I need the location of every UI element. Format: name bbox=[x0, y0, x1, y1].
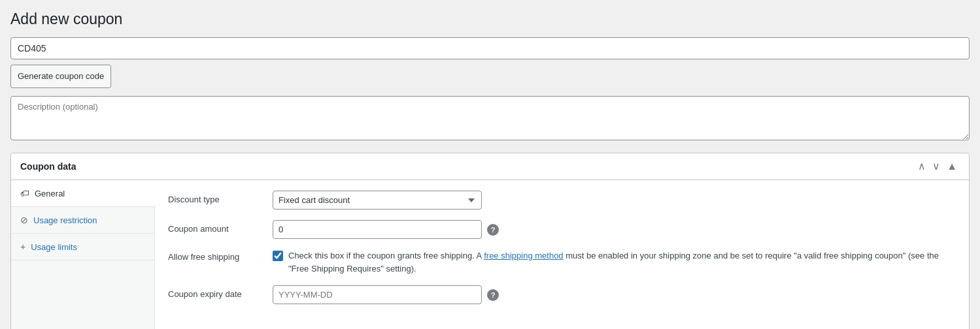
discount-type-field: Percentage discount Fixed cart discount … bbox=[273, 191, 956, 210]
panel-body: 🏷 General ⊘ Usage restriction + Usage li… bbox=[11, 180, 969, 329]
coupon-expiry-help-icon[interactable]: ? bbox=[487, 289, 499, 301]
coupon-expiry-label: Coupon expiry date bbox=[168, 285, 273, 299]
sidebar-item-usage-limits-label: Usage limits bbox=[31, 242, 77, 252]
coupon-expiry-field: ? bbox=[273, 285, 956, 304]
coupon-expiry-input[interactable] bbox=[273, 285, 482, 304]
discount-type-row: Discount type Percentage discount Fixed … bbox=[168, 191, 956, 210]
panel-up-button[interactable]: ∧ bbox=[915, 160, 928, 173]
discount-type-select[interactable]: Percentage discount Fixed cart discount … bbox=[273, 191, 482, 210]
sidebar-item-usage-limits[interactable]: + Usage limits bbox=[11, 234, 154, 260]
panel-controls: ∧ ∨ ▲ bbox=[915, 160, 960, 173]
coupon-data-panel: Coupon data ∧ ∨ ▲ 🏷 General ⊘ Usage rest… bbox=[10, 153, 970, 329]
coupon-amount-help-icon[interactable]: ? bbox=[487, 224, 499, 236]
coupon-expiry-row: Coupon expiry date ? bbox=[168, 285, 956, 304]
free-shipping-row: Allow free shipping Check this box if th… bbox=[168, 249, 956, 275]
collapse-icon: ▲ bbox=[947, 161, 957, 172]
free-shipping-method-link[interactable]: free shipping method bbox=[484, 251, 563, 260]
panel-title: Coupon data bbox=[20, 161, 76, 172]
coupon-amount-field: ? bbox=[273, 220, 956, 239]
coupon-amount-input[interactable] bbox=[273, 220, 482, 239]
coupon-amount-row: Coupon amount ? bbox=[168, 220, 956, 239]
panel-content: Discount type Percentage discount Fixed … bbox=[155, 180, 969, 329]
coupon-amount-label: Coupon amount bbox=[168, 220, 273, 234]
sidebar-item-usage-restriction-label: Usage restriction bbox=[33, 215, 97, 225]
generate-coupon-button[interactable]: Generate coupon code bbox=[10, 65, 111, 88]
tag-icon: 🏷 bbox=[20, 188, 29, 198]
coupon-code-input[interactable] bbox=[10, 37, 970, 59]
free-shipping-label: Allow free shipping bbox=[168, 249, 273, 262]
chevron-up-icon: ∧ bbox=[918, 161, 926, 172]
panel-down-button[interactable]: ∨ bbox=[930, 160, 943, 173]
free-shipping-checkbox[interactable] bbox=[273, 251, 283, 261]
sidebar-item-usage-restriction[interactable]: ⊘ Usage restriction bbox=[11, 207, 154, 234]
sidebar-item-general[interactable]: 🏷 General bbox=[11, 180, 154, 207]
discount-type-label: Discount type bbox=[168, 191, 273, 204]
chevron-down-icon: ∨ bbox=[932, 161, 940, 172]
panel-sidebar: 🏷 General ⊘ Usage restriction + Usage li… bbox=[11, 180, 155, 329]
page-title: Add new coupon bbox=[10, 10, 970, 28]
panel-header: Coupon data ∧ ∨ ▲ bbox=[11, 153, 969, 180]
free-shipping-field: Check this box if the coupon grants free… bbox=[273, 249, 956, 275]
plus-icon: + bbox=[20, 242, 25, 252]
panel-collapse-button[interactable]: ▲ bbox=[944, 160, 960, 173]
free-shipping-text: Check this box if the coupon grants free… bbox=[288, 249, 956, 275]
restriction-icon: ⊘ bbox=[20, 215, 28, 225]
sidebar-item-general-label: General bbox=[35, 189, 65, 198]
description-textarea[interactable] bbox=[10, 96, 970, 140]
